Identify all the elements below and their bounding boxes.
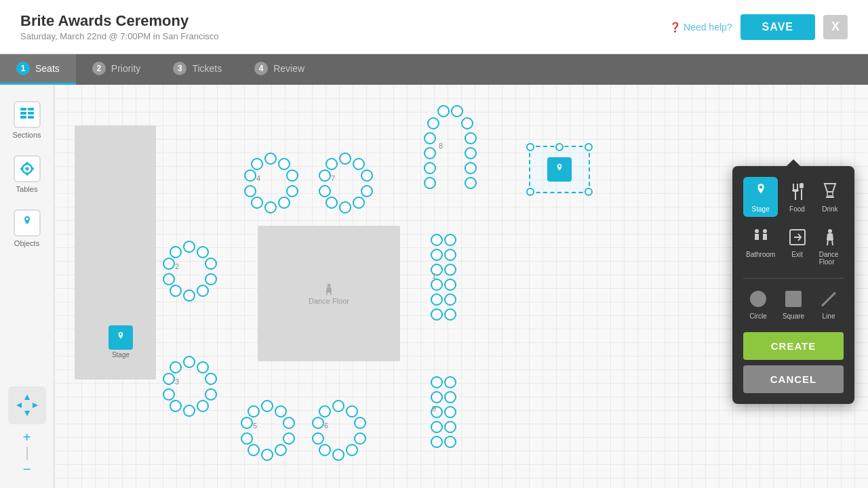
close-button[interactable]: X (823, 15, 848, 39)
save-button[interactable]: SAVE (741, 14, 815, 40)
sidebar-tool-objects[interactable]: Objects (5, 204, 49, 253)
handle-bl[interactable] (526, 188, 534, 196)
handle-tl[interactable] (526, 143, 534, 151)
svg-rect-3 (28, 112, 34, 115)
svg-point-31 (763, 229, 767, 233)
cancel-button[interactable]: CANCEL (743, 365, 844, 393)
svg-point-12 (26, 218, 28, 220)
zoom-control[interactable]: + − (23, 430, 31, 477)
pan-control[interactable] (8, 386, 46, 424)
picker-item-square[interactable]: Square (778, 284, 808, 324)
sections-icon (14, 101, 41, 128)
svg-line-18 (327, 292, 328, 295)
bathroom-picker-label: Bathroom (746, 251, 775, 258)
svg-point-8 (26, 162, 28, 165)
circle-picker-label: Circle (749, 312, 767, 320)
svg-point-17 (327, 284, 330, 287)
create-button[interactable]: CREATE (743, 332, 844, 360)
picker-item-food[interactable]: Food (783, 177, 810, 217)
stage-canvas-label: Stage (112, 351, 130, 359)
objects-icon (14, 209, 41, 237)
picker-item-bathroom[interactable]: Bathroom (743, 222, 778, 270)
event-title: Brite Awards Ceremony (20, 12, 669, 30)
picker-item-dancefloor[interactable]: Dance Floor (816, 222, 844, 270)
svg-marker-14 (24, 411, 30, 416)
drink-picker-icon (819, 181, 841, 203)
object-picker: Stage Food (732, 166, 854, 404)
zoom-out-icon[interactable]: − (23, 462, 31, 477)
canvas-area[interactable]: Dance Floor Stage (54, 85, 868, 488)
svg-point-10 (20, 167, 23, 170)
svg-marker-16 (33, 403, 38, 408)
event-info: Brite Awards Ceremony Saturday, March 22… (20, 12, 669, 41)
step-number-2: 2 (92, 62, 106, 75)
step-number-3: 3 (173, 62, 186, 75)
step-seats[interactable]: 1 Seats (0, 54, 76, 85)
zoom-in-icon[interactable]: + (23, 430, 31, 445)
picker-divider (743, 278, 844, 279)
handle-top[interactable] (555, 143, 564, 151)
svg-rect-0 (20, 108, 26, 110)
sidebar-tool-tables[interactable]: Tables (5, 150, 49, 199)
step-number-4: 4 (254, 62, 268, 75)
svg-line-36 (832, 240, 833, 245)
step-review[interactable]: 4 Review (238, 54, 321, 85)
svg-point-21 (558, 165, 560, 167)
topbar: Brite Awards Ceremony Saturday, March 22… (0, 0, 868, 54)
step-label-seats: Seats (35, 63, 60, 74)
svg-point-20 (119, 333, 121, 335)
svg-marker-13 (24, 394, 30, 400)
svg-point-7 (25, 167, 28, 171)
food-picker-label: Food (789, 205, 805, 213)
tables-icon (14, 155, 41, 182)
objects-label: Objects (14, 239, 39, 247)
question-icon: ❓ (669, 22, 681, 33)
topbar-actions: ❓ Need help? SAVE X (669, 14, 848, 40)
step-label-tickets: Tickets (192, 63, 222, 74)
picker-item-line[interactable]: Line (814, 284, 844, 324)
svg-line-19 (330, 292, 331, 295)
sidebar-tool-sections[interactable]: Sections (5, 96, 49, 144)
dancefloor-picker-label: Dance Floor (819, 251, 841, 266)
picker-item-exit[interactable]: Exit (783, 222, 810, 270)
step-tickets[interactable]: 3 Tickets (157, 54, 238, 85)
svg-point-34 (828, 229, 832, 233)
line-picker-label: Line (823, 312, 835, 320)
sections-label: Sections (12, 131, 41, 139)
svg-point-9 (26, 173, 28, 176)
square-picker-label: Square (783, 312, 804, 320)
selected-stage-object[interactable] (529, 146, 590, 193)
svg-marker-15 (16, 403, 22, 408)
svg-rect-2 (20, 112, 26, 115)
stage-canvas-icon (108, 325, 133, 350)
sidebar-bottom: + − (8, 386, 46, 477)
left-sidebar: Sections Tables (0, 85, 54, 488)
svg-point-11 (31, 167, 34, 170)
stage-canvas-object[interactable]: Stage (108, 325, 133, 359)
exit-picker-label: Exit (791, 251, 803, 258)
drink-picker-label: Drink (822, 205, 837, 213)
stage-picker-icon (750, 181, 772, 203)
event-subtitle: Saturday, March 22nd @ 7:00PM in San Fra… (20, 31, 669, 41)
main-area: Sections Tables (0, 85, 868, 488)
step-number-1: 1 (16, 62, 30, 75)
picker-item-drink[interactable]: Drink (816, 177, 844, 217)
square-picker-icon (783, 288, 804, 310)
step-label-review: Review (273, 63, 304, 74)
svg-point-22 (759, 186, 762, 189)
step-priority[interactable]: 2 Priority (76, 54, 157, 85)
handle-tr[interactable] (585, 143, 593, 151)
step-label-priority: Priority (111, 63, 141, 74)
handle-br[interactable] (585, 188, 593, 196)
picker-shapes-grid: Circle Square Line (743, 284, 844, 324)
exit-picker-icon (787, 226, 808, 248)
dance-floor-area: Dance Floor (258, 226, 400, 361)
stage-picker-label: Stage (752, 205, 770, 213)
food-picker-icon (787, 181, 808, 203)
svg-point-30 (755, 229, 759, 233)
picker-item-stage[interactable]: Stage (743, 177, 778, 217)
need-help-link[interactable]: ❓ Need help? (669, 22, 732, 33)
picker-item-circle[interactable]: Circle (743, 284, 773, 324)
svg-rect-4 (20, 116, 26, 119)
line-picker-icon (818, 288, 840, 310)
